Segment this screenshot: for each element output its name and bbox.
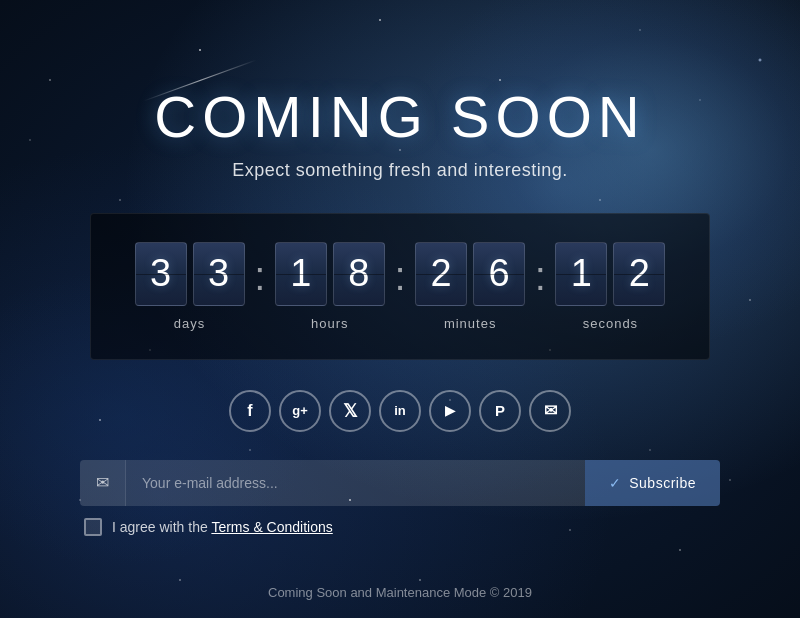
terms-link[interactable]: Terms & Conditions	[211, 519, 332, 535]
colon-3: :	[529, 254, 552, 299]
terms-checkbox[interactable]	[84, 518, 102, 536]
seconds-digits: 1 2	[555, 242, 665, 306]
subscribe-check-icon: ✓	[609, 475, 622, 491]
days-digit-2: 3	[193, 242, 245, 306]
minutes-digit-1: 2	[415, 242, 467, 306]
minutes-label: minutes	[444, 316, 497, 331]
subscribe-button[interactable]: ✓ Subscribe	[585, 460, 720, 506]
terms-prefix: I agree with the	[112, 519, 211, 535]
hours-group: 1 8 hours	[271, 242, 388, 331]
twitter-button[interactable]: 𝕏	[329, 390, 371, 432]
minutes-group: 2 6 minutes	[412, 242, 529, 331]
days-digits: 3 3	[135, 242, 245, 306]
seconds-group: 1 2 seconds	[552, 242, 669, 331]
pinterest-button[interactable]: P	[479, 390, 521, 432]
hours-digits: 1 8	[275, 242, 385, 306]
email-input[interactable]	[126, 460, 585, 506]
email-button[interactable]: ✉	[529, 390, 571, 432]
seconds-digit-2: 2	[613, 242, 665, 306]
seconds-digit-1: 1	[555, 242, 607, 306]
colon-2: :	[388, 254, 411, 299]
terms-row: I agree with the Terms & Conditions	[80, 518, 720, 536]
facebook-button[interactable]: f	[229, 390, 271, 432]
footer: Coming Soon and Maintenance Mode © 2019	[0, 585, 800, 600]
page-title: COMING SOON	[154, 83, 645, 150]
email-form: ✉ ✓ Subscribe I agree with the Terms & C…	[80, 460, 720, 536]
days-label: days	[174, 316, 205, 331]
days-digit-1: 3	[135, 242, 187, 306]
hours-digit-1: 1	[275, 242, 327, 306]
minutes-digits: 2 6	[415, 242, 525, 306]
countdown-timer: 3 3 days : 1 8 hours : 2 6 minutes : 1	[90, 213, 710, 360]
seconds-label: seconds	[583, 316, 638, 331]
hours-label: hours	[311, 316, 349, 331]
linkedin-button[interactable]: in	[379, 390, 421, 432]
minutes-digit-2: 6	[473, 242, 525, 306]
colon-1: :	[248, 254, 271, 299]
social-icons-row: f g+ 𝕏 in ▶ P ✉	[229, 390, 571, 432]
email-icon: ✉	[80, 460, 126, 506]
email-input-row: ✉ ✓ Subscribe	[80, 460, 720, 506]
main-content: COMING SOON Expect something fresh and i…	[0, 63, 800, 556]
days-group: 3 3 days	[131, 242, 248, 331]
hours-digit-2: 8	[333, 242, 385, 306]
footer-text: Coming Soon and Maintenance Mode © 2019	[268, 585, 532, 600]
page-subtitle: Expect something fresh and interesting.	[232, 160, 568, 181]
google-plus-button[interactable]: g+	[279, 390, 321, 432]
youtube-button[interactable]: ▶	[429, 390, 471, 432]
subscribe-label: Subscribe	[629, 475, 696, 491]
terms-text: I agree with the Terms & Conditions	[112, 519, 333, 535]
